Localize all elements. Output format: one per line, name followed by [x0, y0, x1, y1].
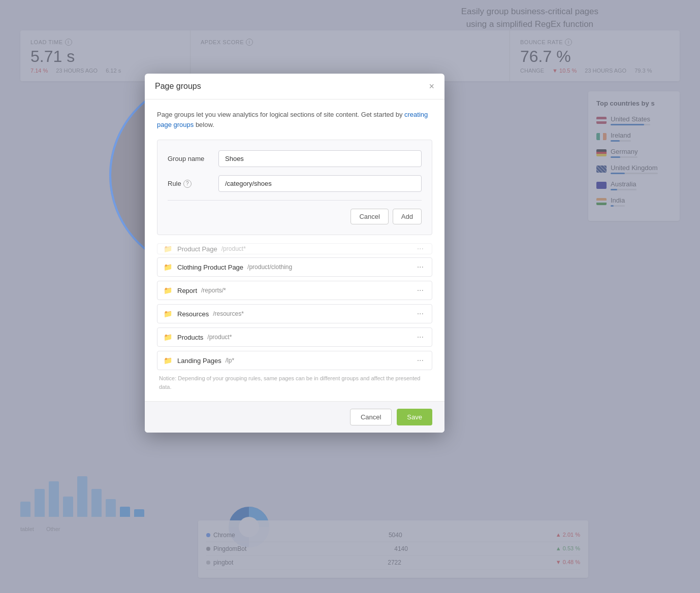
- modal-close-button[interactable]: ×: [429, 82, 434, 91]
- list-item: 📁 Clothing Product Page /product/clothin…: [157, 257, 432, 277]
- group-name-input[interactable]: [218, 150, 422, 167]
- form-actions: Cancel Add: [168, 209, 422, 224]
- modal-description: Page groups let you view analytics for l…: [157, 110, 432, 129]
- group-menu-button[interactable]: ···: [415, 286, 426, 294]
- group-rule-text: /reports/*: [201, 287, 226, 294]
- folder-icon: 📁: [164, 263, 172, 271]
- list-item: 📁 Resources /resources* ···: [157, 304, 432, 323]
- group-rule-text: /product*: [221, 245, 246, 252]
- group-menu-button[interactable]: ···: [415, 310, 426, 318]
- page-groups-modal: Page groups × Page groups let you view a…: [145, 74, 444, 433]
- folder-icon: 📁: [164, 356, 172, 365]
- group-rule-text: /product/clothing: [247, 263, 292, 271]
- group-name-text: Report: [177, 287, 197, 294]
- creating-page-groups-link[interactable]: creating page groups: [157, 111, 428, 128]
- list-item: 📁 Report /reports/* ···: [157, 281, 432, 300]
- modal-cancel-button[interactable]: Cancel: [350, 409, 392, 425]
- folder-icon: 📁: [164, 310, 172, 318]
- modal-footer: Cancel Save: [145, 401, 444, 433]
- rule-row: Rule ?: [168, 175, 422, 192]
- folder-icon: 📁: [164, 333, 172, 341]
- group-menu-button[interactable]: ···: [415, 356, 426, 365]
- list-item: 📁 Products /product* ···: [157, 327, 432, 347]
- form-divider: [168, 200, 422, 201]
- folder-icon: 📁: [164, 286, 172, 294]
- rule-input[interactable]: [218, 175, 422, 192]
- modal-title: Page groups: [155, 82, 201, 91]
- modal-notice: Notice: Depending of your grouping rules…: [157, 374, 432, 391]
- add-button[interactable]: Add: [393, 209, 422, 224]
- group-name-text: Products: [177, 334, 203, 341]
- cancel-add-button[interactable]: Cancel: [351, 209, 388, 224]
- group-list: 📁 Product Page /product* ··· 📁 Clothing …: [157, 243, 432, 370]
- group-menu-button[interactable]: ···: [415, 333, 426, 341]
- rule-help-icon[interactable]: ?: [183, 180, 192, 188]
- list-item: 📁 Landing Pages /lp* ···: [157, 351, 432, 370]
- group-rule-text: /resources*: [213, 310, 244, 317]
- group-name-text: Landing Pages: [177, 357, 221, 365]
- group-name-label: Group name: [168, 155, 218, 162]
- group-name-row: Group name: [168, 150, 422, 167]
- rule-label: Rule ?: [168, 180, 218, 188]
- add-group-form: Group name Rule ? Cancel Add: [157, 140, 432, 235]
- group-rule-text: /lp*: [226, 357, 234, 364]
- group-rule-text: /product*: [207, 334, 232, 341]
- group-menu-button[interactable]: ···: [415, 245, 426, 253]
- group-menu-button[interactable]: ···: [415, 263, 426, 271]
- group-name-text: Clothing Product Page: [177, 263, 243, 271]
- group-name-text: Product Page: [177, 245, 217, 253]
- list-item: 📁 Product Page /product* ···: [157, 243, 432, 254]
- modal-save-button[interactable]: Save: [397, 409, 432, 425]
- modal-header: Page groups ×: [145, 74, 444, 100]
- group-name-text: Resources: [177, 310, 209, 318]
- modal-body: Page groups let you view analytics for l…: [145, 100, 444, 401]
- folder-icon: 📁: [164, 245, 172, 253]
